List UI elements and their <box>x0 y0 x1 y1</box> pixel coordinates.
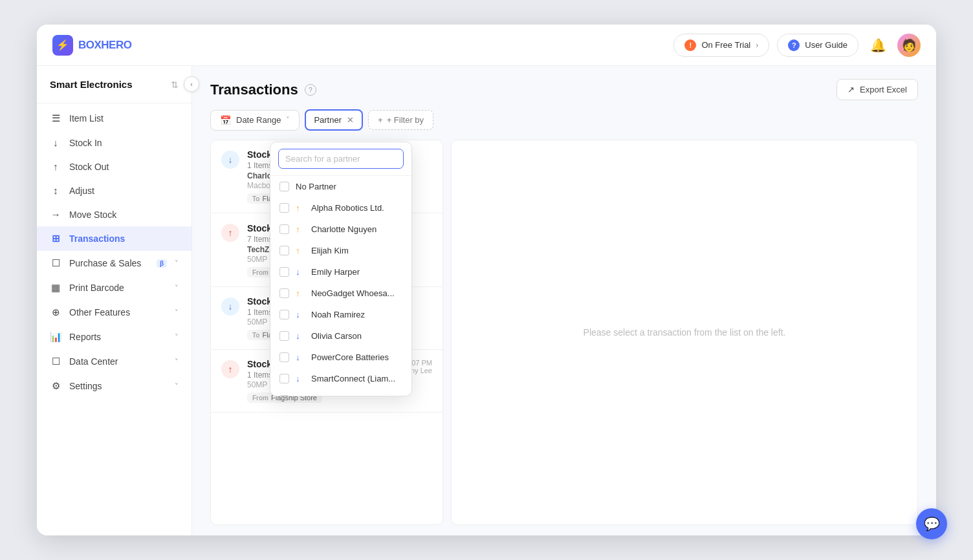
txn-location-label-3: To <box>252 332 259 339</box>
data-center-chevron: ˅ <box>175 358 179 366</box>
partner-dir-icon-elijah: ↑ <box>296 246 305 255</box>
workspace-switch-icon[interactable]: ⇅ <box>171 80 179 90</box>
partner-name-neogadget: NeoGadget Whoesa... <box>311 288 402 298</box>
txn-location-label-1: To <box>252 195 259 202</box>
logo-suffix: HERO <box>101 39 131 51</box>
sidebar-item-purchase-sales[interactable]: ☐ Purchase & Sales β ˅ <box>37 251 191 275</box>
user-guide-button[interactable]: ? User Guide <box>777 34 858 57</box>
partner-checkbox-noah[interactable] <box>279 310 289 319</box>
body: Smart Electronics ⇅ ‹ ☰ Item List ↓ Stoc… <box>37 66 936 535</box>
sidebar-item-data-center[interactable]: ☐ Data Center ˅ <box>37 349 191 374</box>
partner-checkbox-olivia[interactable] <box>279 331 289 341</box>
reports-icon: 📊 <box>50 331 61 343</box>
partner-checkbox-elijah[interactable] <box>279 246 289 255</box>
sidebar-item-adjust[interactable]: ↕ Adjust <box>37 178 191 202</box>
partner-name-no-partner: No Partner <box>296 182 402 191</box>
sidebar-divider <box>37 103 191 103</box>
guide-info-icon: ? <box>788 39 800 51</box>
partner-item-neogadget[interactable]: ↑ NeoGadget Whoesa... <box>270 283 411 304</box>
export-icon: ↗ <box>847 85 855 94</box>
sidebar-label-adjust: Adjust <box>69 186 179 196</box>
sidebar-item-item-list[interactable]: ☰ Item List <box>37 106 191 131</box>
partner-item-alpha[interactable]: ↑ Alpha Robotics Ltd. <box>270 197 411 219</box>
main: Transactions ? ↗ Export Excel 📅 Date Ran… <box>192 66 936 535</box>
txn-in-icon: ↓ <box>221 151 239 169</box>
page-title: Transactions <box>210 81 298 98</box>
sidebar-item-settings[interactable]: ⚙ Settings ˅ <box>37 374 191 398</box>
item-list-icon: ☰ <box>50 113 61 124</box>
partner-item-elijah[interactable]: ↑ Elijah Kim <box>270 240 411 261</box>
print-barcode-chevron: ˅ <box>175 284 179 292</box>
partner-dir-icon-emily: ↓ <box>296 267 305 277</box>
workspace-name: Smart Electronics <box>50 79 133 90</box>
partner-item-charlotte[interactable]: ↑ Charlotte Nguyen <box>270 219 411 240</box>
trial-chevron: › <box>756 41 758 50</box>
date-range-filter[interactable]: 📅 Date Range ˅ <box>210 110 300 131</box>
partner-dir-icon-noah: ↓ <box>296 310 305 319</box>
partner-checkbox-no-partner[interactable] <box>279 182 289 191</box>
export-excel-button[interactable]: ↗ Export Excel <box>836 79 918 100</box>
help-icon[interactable]: ? <box>305 84 316 96</box>
bell-icon: 🔔 <box>870 38 886 53</box>
partner-checkbox-emily[interactable] <box>279 267 289 277</box>
partner-item-noah[interactable]: ↓ Noah Ramirez <box>270 304 411 325</box>
chat-icon: 💬 <box>924 516 940 532</box>
avatar-image: 🧑 <box>902 38 916 52</box>
partner-dir-icon-olivia: ↓ <box>296 331 305 341</box>
date-range-chevron: ˅ <box>286 116 290 124</box>
partner-search-input[interactable] <box>278 149 404 169</box>
logo-bolt-icon: ⚡ <box>56 39 69 51</box>
print-barcode-icon: ▦ <box>50 282 61 294</box>
partner-checkbox-techno[interactable] <box>279 395 289 396</box>
partner-item-powercore[interactable]: ↓ PowerCore Batteries <box>270 347 411 368</box>
adjust-icon: ↕ <box>50 185 61 196</box>
add-filter-icon: + <box>378 115 383 125</box>
partner-name-powercore: PowerCore Batteries <box>311 352 402 362</box>
partner-filter[interactable]: Partner ✕ <box>305 109 363 131</box>
partner-checkbox-charlotte[interactable] <box>279 224 289 234</box>
sidebar-item-transactions[interactable]: ⊞ Transactions <box>37 226 191 251</box>
notification-button[interactable]: 🔔 <box>866 34 890 57</box>
add-filter-button[interactable]: + + Filter by <box>368 110 433 130</box>
sidebar-collapse-button[interactable]: ‹ <box>184 76 199 92</box>
partner-item-techno[interactable]: ↓ Techno Parts <box>270 389 411 396</box>
sidebar-item-print-barcode[interactable]: ▦ Print Barcode ˅ <box>37 275 191 300</box>
partner-dir-icon-charlotte: ↑ <box>296 224 305 234</box>
other-features-chevron: ˅ <box>175 308 179 317</box>
sidebar-item-other-features[interactable]: ⊕ Other Features ˅ <box>37 300 191 325</box>
chat-button[interactable]: 💬 <box>916 508 947 539</box>
partner-item-emily[interactable]: ↓ Emily Harper <box>270 261 411 283</box>
sidebar-label-item-list: Item List <box>69 113 179 124</box>
sidebar-label-other-features: Other Features <box>69 307 167 318</box>
settings-chevron: ˅ <box>175 382 179 391</box>
partner-dir-icon-techno: ↓ <box>296 395 305 396</box>
filter-row: 📅 Date Range ˅ Partner ✕ + + Filter by <box>192 109 936 140</box>
partner-item-olivia[interactable]: ↓ Olivia Carson <box>270 325 411 347</box>
partner-item-smartconnect[interactable]: ↓ SmartConnect (Liam... <box>270 368 411 389</box>
partner-filter-close[interactable]: ✕ <box>347 115 354 125</box>
app-window: ⚡ BOXHERO ! On Free Trial › ? User Guide… <box>37 25 936 535</box>
partner-dropdown: No Partner ↑ Alpha Robotics Ltd. ↑ Charl… <box>270 142 412 396</box>
partner-checkbox-powercore[interactable] <box>279 352 289 362</box>
partner-name-elijah: Elijah Kim <box>311 246 402 255</box>
txn-location-label-2: From <box>252 269 268 276</box>
sidebar-item-stock-in[interactable]: ↓ Stock In <box>37 131 191 155</box>
sidebar-label-stock-in: Stock In <box>69 138 179 148</box>
sidebar-label-print-barcode: Print Barcode <box>69 283 167 293</box>
partner-dir-icon-alpha: ↑ <box>296 203 305 213</box>
partner-item-no-partner[interactable]: No Partner <box>270 176 411 197</box>
sidebar-item-move-stock[interactable]: → Move Stock <box>37 202 191 226</box>
partner-checkbox-alpha[interactable] <box>279 203 289 213</box>
sidebar: Smart Electronics ⇅ ‹ ☰ Item List ↓ Stoc… <box>37 66 192 535</box>
partner-list: No Partner ↑ Alpha Robotics Ltd. ↑ Charl… <box>270 176 411 396</box>
sidebar-item-stock-out[interactable]: ↑ Stock Out <box>37 155 191 178</box>
sidebar-label-reports: Reports <box>69 332 167 342</box>
sidebar-item-reports[interactable]: 📊 Reports ˅ <box>37 325 191 349</box>
empty-detail-text: Please select a transaction from the lis… <box>584 327 786 338</box>
partner-checkbox-smartconnect[interactable] <box>279 374 289 383</box>
txn-in-icon-2: ↓ <box>221 297 239 316</box>
logo-icon: ⚡ <box>52 35 73 56</box>
partner-checkbox-neogadget[interactable] <box>279 288 289 298</box>
trial-button[interactable]: ! On Free Trial › <box>673 34 769 57</box>
avatar[interactable]: 🧑 <box>897 34 921 57</box>
